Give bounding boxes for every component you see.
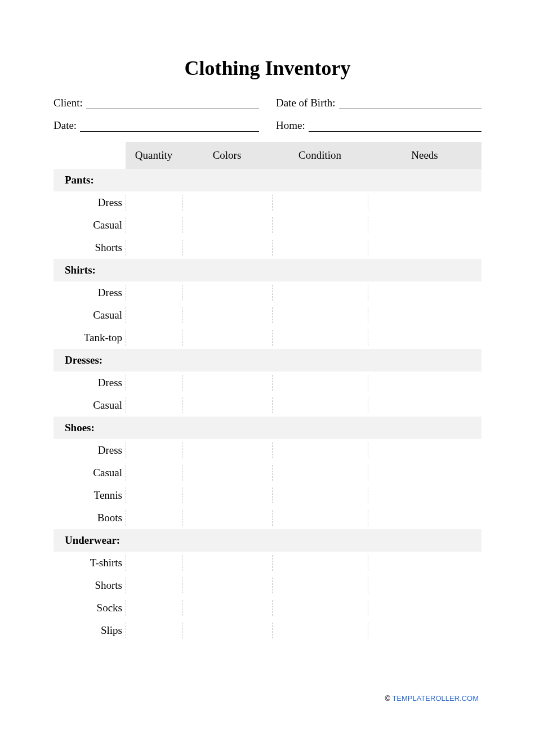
cell-needs[interactable] <box>368 552 482 574</box>
cell-colors[interactable] <box>182 372 272 394</box>
cell-condition[interactable] <box>272 507 368 529</box>
item-label: Slips <box>54 619 126 642</box>
cell-quantity[interactable] <box>126 484 182 507</box>
cell-quantity[interactable] <box>126 574 182 597</box>
category-row: Shirts: <box>54 259 482 281</box>
cell-colors[interactable] <box>182 394 272 417</box>
cell-condition[interactable] <box>272 597 368 619</box>
category-heading: Shoes: <box>54 417 482 439</box>
cell-quantity[interactable] <box>126 236 182 259</box>
home-field: Home: <box>276 119 482 132</box>
item-row: Casual <box>54 304 482 326</box>
cell-condition[interactable] <box>272 326 368 349</box>
cell-needs[interactable] <box>368 326 482 349</box>
item-row: Boots <box>54 507 482 529</box>
item-row: T-shirts <box>54 552 482 574</box>
dob-input[interactable] <box>339 98 482 109</box>
cell-quantity[interactable] <box>126 326 182 349</box>
category-row: Pants: <box>54 169 482 191</box>
cell-condition[interactable] <box>272 462 368 484</box>
cell-colors[interactable] <box>182 281 272 304</box>
item-label: Dress <box>54 439 126 462</box>
cell-needs[interactable] <box>368 304 482 326</box>
cell-colors[interactable] <box>182 484 272 507</box>
info-grid: Client: Date of Birth: Date: Home: <box>54 97 482 132</box>
item-label: Tennis <box>54 484 126 507</box>
cell-condition[interactable] <box>272 236 368 259</box>
home-label: Home: <box>276 119 309 132</box>
cell-condition[interactable] <box>272 214 368 236</box>
category-heading: Shirts: <box>54 259 482 281</box>
cell-condition[interactable] <box>272 394 368 417</box>
item-label: Dress <box>54 372 126 394</box>
cell-colors[interactable] <box>182 507 272 529</box>
category-heading: Pants: <box>54 169 482 191</box>
cell-condition[interactable] <box>272 191 368 214</box>
cell-quantity[interactable] <box>126 439 182 462</box>
cell-quantity[interactable] <box>126 462 182 484</box>
cell-quantity[interactable] <box>126 507 182 529</box>
item-label: Casual <box>54 214 126 236</box>
cell-colors[interactable] <box>182 214 272 236</box>
cell-needs[interactable] <box>368 281 482 304</box>
cell-quantity[interactable] <box>126 281 182 304</box>
cell-quantity[interactable] <box>126 619 182 642</box>
date-label: Date: <box>54 119 80 132</box>
cell-colors[interactable] <box>182 597 272 619</box>
cell-colors[interactable] <box>182 236 272 259</box>
cell-quantity[interactable] <box>126 191 182 214</box>
item-label: Shorts <box>54 574 126 597</box>
cell-colors[interactable] <box>182 574 272 597</box>
cell-needs[interactable] <box>368 394 482 417</box>
item-row: Dress <box>54 372 482 394</box>
cell-condition[interactable] <box>272 574 368 597</box>
cell-colors[interactable] <box>182 439 272 462</box>
cell-colors[interactable] <box>182 619 272 642</box>
cell-quantity[interactable] <box>126 214 182 236</box>
cell-colors[interactable] <box>182 552 272 574</box>
cell-colors[interactable] <box>182 304 272 326</box>
cell-colors[interactable] <box>182 191 272 214</box>
cell-needs[interactable] <box>368 507 482 529</box>
cell-needs[interactable] <box>368 484 482 507</box>
item-label: Tank-top <box>54 326 126 349</box>
cell-quantity[interactable] <box>126 552 182 574</box>
cell-needs[interactable] <box>368 191 482 214</box>
item-label: Casual <box>54 394 126 417</box>
cell-condition[interactable] <box>272 552 368 574</box>
item-label: Socks <box>54 597 126 619</box>
item-row: Dress <box>54 191 482 214</box>
item-label: Shorts <box>54 236 126 259</box>
home-input[interactable] <box>309 120 482 132</box>
date-input[interactable] <box>80 120 259 132</box>
cell-needs[interactable] <box>368 372 482 394</box>
cell-condition[interactable] <box>272 439 368 462</box>
cell-condition[interactable] <box>272 619 368 642</box>
inventory-table: Quantity Colors Condition Needs Pants:Dr… <box>54 142 482 642</box>
cell-condition[interactable] <box>272 372 368 394</box>
cell-quantity[interactable] <box>126 372 182 394</box>
cell-colors[interactable] <box>182 462 272 484</box>
cell-condition[interactable] <box>272 304 368 326</box>
cell-quantity[interactable] <box>126 394 182 417</box>
cell-needs[interactable] <box>368 439 482 462</box>
client-input[interactable] <box>86 98 259 109</box>
cell-quantity[interactable] <box>126 597 182 619</box>
cell-condition[interactable] <box>272 484 368 507</box>
item-row: Shorts <box>54 236 482 259</box>
cell-colors[interactable] <box>182 326 272 349</box>
cell-needs[interactable] <box>368 597 482 619</box>
cell-needs[interactable] <box>368 619 482 642</box>
cell-quantity[interactable] <box>126 304 182 326</box>
item-label: Dress <box>54 281 126 304</box>
cell-needs[interactable] <box>368 462 482 484</box>
client-field: Client: <box>54 97 259 109</box>
column-header-colors: Colors <box>182 142 272 169</box>
category-heading: Dresses: <box>54 349 482 372</box>
cell-needs[interactable] <box>368 214 482 236</box>
column-header-needs: Needs <box>368 142 482 169</box>
cell-needs[interactable] <box>368 236 482 259</box>
footer-link[interactable]: TEMPLATEROLLER.COM <box>392 694 479 703</box>
cell-needs[interactable] <box>368 574 482 597</box>
cell-condition[interactable] <box>272 281 368 304</box>
